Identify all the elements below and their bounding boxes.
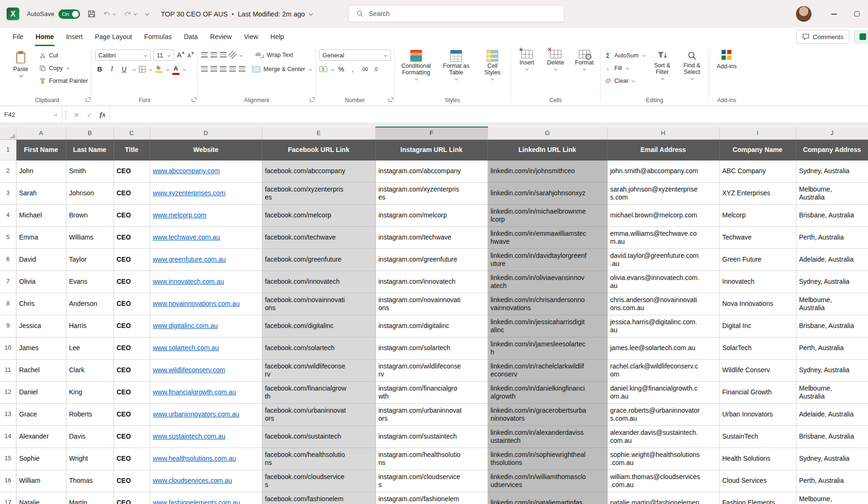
data-cell[interactable]: natalie.martin@fashionelemen — [607, 492, 719, 504]
data-cell[interactable]: linkedin.com/in/sarahjohnsonxyz — [487, 182, 607, 204]
cell-styles-dropdown[interactable] — [491, 77, 494, 80]
find-select-button[interactable]: Find & Select — [679, 48, 705, 80]
row-number[interactable]: 8 — [0, 293, 16, 315]
data-cell[interactable]: Fashion Elements — [719, 492, 796, 504]
row-number[interactable]: 12 — [0, 381, 16, 403]
percent-style-button[interactable]: % — [337, 64, 346, 74]
data-cell[interactable]: linkedin.com/in/johnsmithceo — [487, 160, 607, 182]
website-link-cell[interactable]: www.greenfuture.com.au — [150, 248, 262, 271]
name-box[interactable]: F42 — [0, 106, 62, 123]
row-number[interactable]: 6 — [0, 248, 16, 271]
header-cell[interactable]: Title — [114, 139, 150, 160]
data-cell[interactable]: Perth, Australia — [796, 470, 868, 492]
data-cell[interactable]: CEO — [114, 337, 150, 359]
data-cell[interactable]: Adelaide, Australia — [796, 403, 868, 425]
column-header-b[interactable]: B — [66, 127, 114, 139]
row-number[interactable]: 13 — [0, 403, 16, 425]
data-cell[interactable]: Urban Innovators — [719, 403, 796, 425]
data-cell[interactable]: Taylor — [66, 248, 114, 271]
data-cell[interactable]: facebook.com/cloudservices — [262, 470, 375, 492]
conditional-formatting-dropdown[interactable] — [414, 77, 418, 80]
data-cell[interactable]: CEO — [114, 204, 150, 226]
tab-insert[interactable]: Insert — [60, 28, 89, 46]
data-cell[interactable]: instagram.com/sustaintech — [375, 425, 487, 448]
row-number[interactable]: 17 — [0, 492, 16, 504]
format-cells-button[interactable]: Format — [572, 48, 597, 71]
website-link-cell[interactable]: www.sustaintech.com.au — [150, 425, 262, 448]
comma-style-button[interactable]: , — [349, 64, 357, 74]
data-cell[interactable]: daniel.king@financialgrowth.com.au — [607, 381, 719, 403]
row-number[interactable]: 14 — [0, 425, 16, 448]
data-cell[interactable]: instagram.com/solartech — [375, 337, 487, 359]
middle-align-icon[interactable] — [211, 52, 217, 58]
data-cell[interactable]: Rachel — [16, 359, 66, 381]
select-all-corner[interactable] — [0, 127, 16, 139]
data-cell[interactable]: linkedin.com/in/rachelclarkwildlifeconse… — [487, 359, 607, 381]
data-cell[interactable]: Adelaide, Australia — [796, 248, 868, 271]
data-cell[interactable]: Health Solutions — [719, 448, 796, 470]
clear-dropdown[interactable] — [632, 79, 635, 82]
data-cell[interactable]: Nova Innovations — [719, 293, 796, 315]
data-cell[interactable]: facebook.com/healthsolutions — [262, 448, 375, 470]
data-cell[interactable]: Davis — [66, 425, 114, 448]
insert-cells-button[interactable]: Insert — [514, 48, 540, 71]
bottom-align-icon[interactable] — [220, 52, 227, 58]
data-cell[interactable]: grace.roberts@urbaninnovators.com.au — [607, 403, 719, 425]
bold-button[interactable]: B — [95, 64, 105, 74]
data-cell[interactable]: instagram.com/novainnovations — [375, 293, 487, 315]
website-link-cell[interactable]: www.abccompany.com — [150, 160, 262, 182]
column-header-g[interactable]: G — [487, 127, 607, 139]
data-cell[interactable]: Wildlife Conserv — [719, 359, 796, 381]
merge-center-dropdown[interactable] — [308, 67, 311, 71]
format-painter-button[interactable]: Format Painter — [39, 75, 88, 87]
data-cell[interactable]: CEO — [114, 359, 150, 381]
data-cell[interactable]: David — [16, 248, 66, 271]
sort-filter-button[interactable]: Sort & Filter — [649, 48, 675, 80]
header-cell[interactable]: Company Name — [719, 139, 796, 160]
website-link-cell[interactable]: www.innovatech.com.au — [150, 271, 262, 293]
data-cell[interactable]: CEO — [114, 182, 150, 204]
data-cell[interactable]: olivia.evans@innovatech.com.au — [607, 271, 719, 293]
merge-center-button[interactable]: Merge & Center — [252, 64, 312, 75]
column-header-f[interactable]: F — [375, 127, 487, 139]
data-cell[interactable]: emma.williams@techwave.com.au — [607, 226, 719, 248]
search-box[interactable]: Search — [349, 5, 564, 22]
data-cell[interactable]: Sarah — [16, 182, 66, 204]
insert-function-button[interactable]: fx — [96, 106, 109, 123]
data-cell[interactable]: facebook.com/novainnovations — [262, 293, 375, 315]
cancel-entry-button[interactable]: ✕ — [70, 106, 83, 123]
paste-button[interactable]: Paste — [6, 48, 35, 78]
website-link-cell[interactable]: www.melcorp.com — [150, 204, 262, 226]
data-cell[interactable]: Green Future — [719, 248, 796, 271]
decrease-indent-icon[interactable] — [229, 66, 236, 72]
data-cell[interactable]: Alexander — [16, 425, 66, 448]
row-number[interactable]: 5 — [0, 226, 16, 248]
find-select-dropdown[interactable] — [690, 77, 693, 80]
share-button[interactable] — [854, 30, 868, 43]
data-cell[interactable]: instagram.com/wildlifeconserv — [375, 359, 487, 381]
website-link-cell[interactable]: www.wildlifeconserv.com — [150, 359, 262, 381]
header-cell[interactable]: LinkedIn URL Link — [487, 139, 607, 160]
data-cell[interactable]: Roberts — [66, 403, 114, 425]
font-dialog-launcher[interactable] — [191, 97, 197, 103]
data-cell[interactable]: CEO — [114, 425, 150, 448]
cut-button[interactable]: Cut — [39, 49, 88, 61]
header-cell[interactable]: Company Address — [796, 139, 868, 160]
column-header-e[interactable]: E — [262, 127, 375, 139]
data-cell[interactable]: SolarTech — [719, 337, 796, 359]
header-cell[interactable]: Last Name — [66, 139, 114, 160]
data-cell[interactable]: instagram.com/digitalinc — [375, 315, 487, 337]
data-cell[interactable]: Natalie — [16, 492, 66, 504]
data-cell[interactable]: Brisbane, Australia — [796, 315, 868, 337]
data-cell[interactable]: Martin — [66, 492, 114, 504]
number-dialog-launcher[interactable] — [388, 97, 394, 103]
data-cell[interactable]: CEO — [114, 315, 150, 337]
website-link-cell[interactable]: www.novainnovations.com.au — [150, 293, 262, 315]
data-cell[interactable]: Techwave — [719, 226, 796, 248]
data-cell[interactable]: jessica.harris@digitalinc.com.au — [607, 315, 719, 337]
formula-input[interactable] — [109, 106, 868, 123]
data-cell[interactable]: instagram.com/innovatech — [375, 271, 487, 293]
data-cell[interactable]: Financial Growth — [719, 381, 796, 403]
data-cell[interactable]: instagram.com/melcorp — [375, 204, 487, 226]
data-cell[interactable]: Melbourne, Australia — [796, 293, 868, 315]
